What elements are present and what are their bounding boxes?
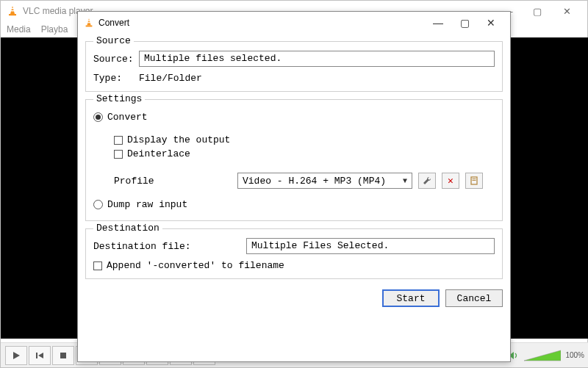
- type-value: File/Folder: [139, 73, 202, 84]
- volume-slider[interactable]: [524, 349, 561, 362]
- svg-rect-20: [87, 22, 90, 23]
- new-profile-button[interactable]: [465, 173, 483, 189]
- menu-playback[interactable]: Playba: [41, 24, 68, 35]
- svg-rect-23: [473, 178, 476, 179]
- convert-radio-label: Convert: [107, 112, 148, 123]
- svg-rect-1: [11, 8, 15, 9]
- svg-marker-4: [13, 352, 20, 359]
- new-file-icon: [469, 176, 479, 186]
- dump-raw-label: Dump raw input: [107, 199, 187, 210]
- destination-file-label: Destination file:: [93, 241, 240, 252]
- convert-dialog: Convert — ▢ ✕ Source Source: Multiple fi…: [77, 11, 511, 362]
- settings-group: Settings Convert Display the output Dein…: [85, 99, 503, 221]
- vlc-cone-icon: [7, 5, 18, 17]
- maximize-button[interactable]: ▢: [523, 6, 552, 17]
- dialog-maximize-button[interactable]: ▢: [451, 17, 478, 29]
- display-output-label: Display the output: [127, 134, 230, 145]
- start-button[interactable]: Start: [382, 289, 440, 307]
- delete-icon: ✕: [448, 175, 453, 187]
- prev-button[interactable]: [29, 346, 51, 365]
- delete-profile-button[interactable]: ✕: [442, 173, 459, 189]
- dialog-close-button[interactable]: ✕: [478, 17, 504, 29]
- close-button[interactable]: ✕: [552, 6, 581, 17]
- type-label: Type:: [93, 73, 133, 84]
- destination-group: Destination Destination file: Multiple F…: [85, 228, 503, 279]
- dump-raw-radio[interactable]: [93, 200, 103, 209]
- source-input[interactable]: Multiple files selected.: [139, 51, 495, 67]
- append-converted-label: Append '-converted' to filename: [107, 260, 284, 271]
- vlc-cone-icon: [84, 18, 94, 28]
- append-converted-checkbox[interactable]: [93, 261, 102, 270]
- menu-media[interactable]: Media: [7, 24, 31, 35]
- volume-percent: 100%: [565, 351, 584, 359]
- svg-rect-2: [10, 10, 15, 11]
- display-output-checkbox[interactable]: [114, 136, 123, 145]
- svg-rect-19: [87, 21, 90, 21]
- svg-marker-0: [10, 6, 15, 14]
- source-label: Source:: [93, 54, 133, 65]
- profile-dropdown[interactable]: Video - H.264 + MP3 (MP4) ▼: [237, 173, 412, 189]
- profile-label: Profile: [114, 176, 232, 187]
- wrench-icon: [422, 176, 432, 186]
- svg-marker-18: [87, 18, 90, 26]
- source-group-label: Source: [93, 35, 134, 46]
- stop-button[interactable]: [52, 346, 74, 365]
- deinterlace-checkbox[interactable]: [114, 150, 123, 159]
- dialog-minimize-button[interactable]: —: [425, 17, 451, 29]
- destination-file-input[interactable]: Multiple Files Selected.: [246, 238, 495, 254]
- svg-marker-6: [38, 353, 43, 358]
- source-group: Source Source: Multiple files selected. …: [85, 41, 503, 92]
- play-button[interactable]: [5, 346, 27, 365]
- deinterlace-label: Deinterlace: [127, 148, 190, 159]
- svg-rect-5: [36, 353, 37, 358]
- settings-group-label: Settings: [93, 93, 145, 104]
- svg-rect-24: [473, 180, 476, 181]
- dialog-footer: Start Cancel: [78, 286, 510, 313]
- convert-radio[interactable]: [93, 112, 103, 122]
- svg-marker-17: [524, 350, 561, 361]
- svg-rect-3: [9, 14, 16, 15]
- dialog-title: Convert: [98, 18, 129, 28]
- edit-profile-button[interactable]: [418, 173, 436, 189]
- dialog-titlebar: Convert — ▢ ✕: [78, 12, 510, 34]
- profile-value: Video - H.264 + MP3 (MP4): [243, 176, 386, 187]
- destination-group-label: Destination: [93, 223, 162, 234]
- cancel-button[interactable]: Cancel: [445, 289, 503, 307]
- chevron-down-icon: ▼: [403, 177, 407, 185]
- svg-rect-21: [86, 26, 93, 27]
- svg-rect-7: [60, 353, 66, 358]
